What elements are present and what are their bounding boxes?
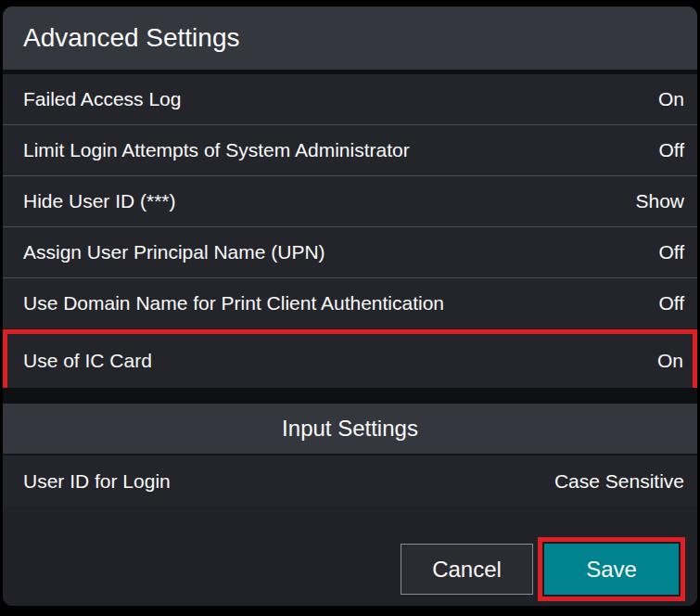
settings-row[interactable]: Assign User Principal Name (UPN) Off	[3, 227, 697, 278]
settings-row[interactable]: Hide User ID (***) Show	[3, 176, 697, 227]
setting-value: Case Sensitive	[554, 470, 684, 493]
setting-value: Off	[658, 139, 684, 161]
advanced-settings-list: Failed Access Log On Limit Login Attempt…	[3, 74, 697, 388]
footer-bar: Cancel Save	[3, 507, 697, 606]
cancel-button[interactable]: Cancel	[401, 544, 533, 595]
setting-label: User ID for Login	[23, 470, 171, 493]
advanced-settings-dialog: Advanced Settings Failed Access Log On L…	[3, 6, 697, 606]
setting-label: Use Domain Name for Print Client Authent…	[23, 292, 444, 314]
setting-label: Failed Access Log	[23, 88, 181, 110]
setting-value: Off	[658, 292, 684, 314]
setting-label: Use of IC Card	[23, 350, 152, 372]
save-button[interactable]: Save	[544, 544, 679, 595]
dialog-header: Advanced Settings	[3, 6, 697, 70]
page-title: Advanced Settings	[23, 23, 240, 53]
setting-label: Assign User Principal Name (UPN)	[23, 241, 325, 263]
setting-value: On	[658, 88, 684, 110]
settings-row[interactable]: Use Domain Name for Print Client Authent…	[3, 278, 697, 329]
setting-label: Limit Login Attempts of System Administr…	[23, 139, 410, 161]
settings-row[interactable]: Failed Access Log On	[3, 74, 697, 125]
section-title: Input Settings	[282, 416, 418, 442]
settings-row[interactable]: Limit Login Attempts of System Administr…	[3, 125, 697, 176]
setting-value: On	[657, 350, 683, 372]
settings-row[interactable]: Use of IC Card On	[3, 329, 697, 388]
section-divider	[3, 388, 697, 404]
setting-value: Off	[658, 241, 684, 263]
setting-label: Hide User ID (***)	[23, 190, 176, 212]
settings-row[interactable]: User ID for Login Case Sensitive	[3, 456, 697, 507]
input-settings-list: User ID for Login Case Sensitive	[3, 456, 697, 507]
input-settings-header: Input Settings	[3, 404, 697, 456]
setting-value: Show	[635, 190, 684, 212]
highlight-frame: Save	[538, 537, 685, 601]
